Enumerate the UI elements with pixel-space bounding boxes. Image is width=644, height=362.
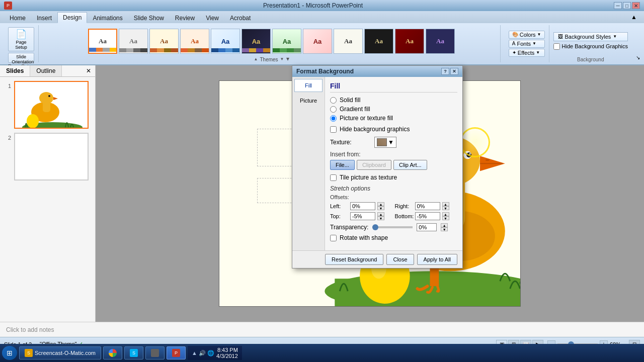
dialog-close-btn[interactable]: ✕ <box>450 68 458 75</box>
theme-9[interactable]: Aa <box>334 29 363 54</box>
tab-animations[interactable]: Animations <box>87 12 128 23</box>
effects-button[interactable]: ✦ Effects ▼ <box>509 49 545 57</box>
reset-background-button[interactable]: Reset Background <box>325 254 384 265</box>
bottom-offset-label: Bottom: <box>395 213 413 219</box>
notes-bar[interactable]: Click to add notes <box>0 322 644 337</box>
bottom-up-btn[interactable]: ▲ <box>442 212 449 216</box>
tab-outline[interactable]: Outline <box>30 65 62 76</box>
svg-point-20 <box>469 153 471 155</box>
right-offset-input[interactable] <box>415 202 440 210</box>
windows-orb[interactable]: ⊞ <box>2 346 17 360</box>
tab-acrobat[interactable]: Acrobat <box>224 12 256 23</box>
bottom-down-btn[interactable]: ▼ <box>442 216 449 220</box>
theme-12[interactable]: Aa <box>426 29 455 54</box>
top-offset-input[interactable] <box>350 212 375 220</box>
slide-thumb-1[interactable]: 1 <box>4 81 91 129</box>
solid-fill-option[interactable]: Solid fill <box>330 97 457 104</box>
theme-10[interactable]: Aa <box>364 29 393 54</box>
gradient-fill-option[interactable]: Gradient fill <box>330 106 457 113</box>
top-up-btn[interactable]: ▲ <box>377 212 384 216</box>
theme-4[interactable]: Aa <box>180 29 209 54</box>
clip-art-button[interactable]: Clip Art... <box>393 160 427 170</box>
effects-label: Effects <box>518 50 534 56</box>
tab-slide-show[interactable]: Slide Show <box>128 12 170 23</box>
tab-home[interactable]: Home <box>4 12 31 23</box>
tab-slides[interactable]: Slides <box>0 65 30 76</box>
title-bar: P Presentation1 - Microsoft PowerPoint ─… <box>0 0 644 11</box>
transparency-up-btn[interactable]: ▲ <box>441 223 448 227</box>
slide-preview-1[interactable] <box>14 81 89 129</box>
apply-to-all-button[interactable]: Apply to All <box>417 254 457 265</box>
taskbar-chrome[interactable] <box>103 346 122 359</box>
themes-group-label: Themes <box>260 57 278 62</box>
hide-background-graphics-checkbox[interactable] <box>553 43 560 50</box>
file-button[interactable]: File... <box>330 160 355 170</box>
dialog-help-btn[interactable]: ? <box>441 68 449 75</box>
texture-dropdown-arrow[interactable]: ▼ <box>388 139 394 146</box>
taskbar-app4[interactable] <box>145 346 165 359</box>
slide-preview-2[interactable] <box>14 133 89 180</box>
transparency-down-btn[interactable]: ▼ <box>441 227 448 231</box>
dialog-main: Fill Solid fill Gradient fill Picture or… <box>325 77 462 250</box>
tile-picture-checkbox[interactable] <box>330 174 337 181</box>
top-down-btn[interactable]: ▼ <box>377 216 384 220</box>
hide-bg-graphics-checkbox[interactable] <box>330 126 337 133</box>
tab-review[interactable]: Review <box>170 12 200 23</box>
left-down-btn[interactable]: ▼ <box>377 206 384 210</box>
slide-orientation-button[interactable]: Slide Orientation ▼ <box>8 53 34 63</box>
right-up-btn[interactable]: ▲ <box>442 202 449 206</box>
left-up-btn[interactable]: ▲ <box>377 202 384 206</box>
picture-fill-radio[interactable] <box>330 115 337 122</box>
texture-select[interactable]: ▼ <box>374 137 396 148</box>
bottom-offset-input[interactable] <box>415 212 440 220</box>
theme-office[interactable]: Aa <box>88 29 117 54</box>
themes-scroll-down[interactable]: ▼ <box>280 57 284 61</box>
close-dialog-button[interactable]: Close <box>386 254 414 265</box>
theme-7[interactable]: Aa <box>272 29 301 54</box>
ribbon-group-themes: Aa Aa Aa <box>43 25 501 62</box>
taskbar-screencast[interactable]: S Screencast-O-Matic.com <box>19 346 101 359</box>
colors-button[interactable]: 🎨 Colors ▼ <box>509 31 545 39</box>
tab-view[interactable]: View <box>200 12 224 23</box>
theme-3[interactable]: Aa <box>149 29 179 54</box>
clipboard-button[interactable]: Clipboard <box>357 160 391 170</box>
hide-bg-graphics-option[interactable]: Hide background graphics <box>330 126 457 133</box>
format-background-dialog[interactable]: Format Background ? ✕ Fill Picture Fill … <box>292 65 463 268</box>
left-offset-input[interactable] <box>350 202 375 210</box>
page-setup-button[interactable]: 📄 Page Setup <box>8 27 34 51</box>
themes-scroll-up[interactable]: ▲ <box>254 57 258 61</box>
minimize-button[interactable]: ─ <box>614 2 622 9</box>
rotate-with-shape-option[interactable]: Rotate with shape <box>330 234 457 241</box>
slide-thumb-2[interactable]: 2 <box>4 133 91 180</box>
panel-close-button[interactable]: ✕ <box>82 65 95 76</box>
tab-insert[interactable]: Insert <box>31 12 57 23</box>
theme-2[interactable]: Aa <box>119 29 148 54</box>
transparency-input[interactable] <box>417 223 437 231</box>
tile-picture-option[interactable]: Tile picture as texture <box>330 174 457 181</box>
background-styles-button[interactable]: 🖼 Background Styles ▼ <box>553 32 628 41</box>
tab-design[interactable]: Design <box>57 12 87 23</box>
window-title: Presentation1 - Microsoft PowerPoint <box>12 2 614 9</box>
themes-more[interactable]: ▾ <box>286 55 289 62</box>
background-dialog-launcher[interactable]: ↘ <box>636 55 640 62</box>
transparency-slider[interactable] <box>372 226 413 228</box>
close-button[interactable]: ✕ <box>632 2 640 9</box>
picture-fill-option[interactable]: Picture or texture fill <box>330 115 457 122</box>
stretch-options: Stretch options Offsets: Left: ▲ ▼ <box>330 185 457 220</box>
theme-11[interactable]: Aa <box>395 29 424 54</box>
solid-fill-radio[interactable] <box>330 97 337 104</box>
rotate-with-shape-checkbox[interactable] <box>330 235 337 241</box>
theme-6[interactable]: Aa <box>242 29 271 54</box>
taskbar-powerpoint[interactable]: P <box>167 346 186 359</box>
theme-8[interactable]: Aa <box>303 29 332 54</box>
right-down-btn[interactable]: ▼ <box>442 206 449 210</box>
ribbon-collapse-btn[interactable]: ▲ <box>628 13 640 22</box>
sidebar-fill-btn[interactable]: Fill <box>294 79 323 92</box>
theme-5[interactable]: Aa <box>211 29 240 54</box>
sidebar-picture-btn[interactable]: Picture <box>294 94 323 107</box>
gradient-fill-radio[interactable] <box>330 106 337 113</box>
hide-background-graphics-label[interactable]: Hide Background Graphics <box>553 43 628 50</box>
restore-button[interactable]: □ <box>623 2 631 9</box>
taskbar-skype[interactable]: S <box>124 346 143 359</box>
fonts-button[interactable]: A Fonts ▼ <box>509 40 545 48</box>
